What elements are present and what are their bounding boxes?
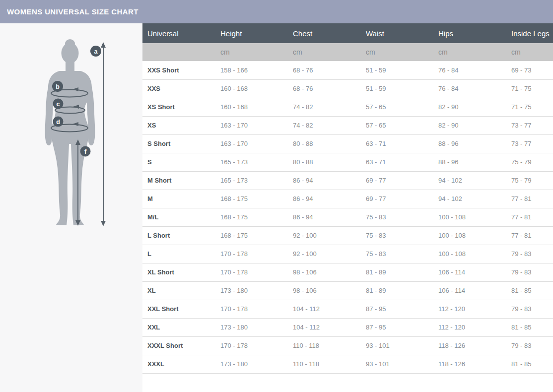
size-label-cell: XXXL — [142, 355, 215, 373]
value-cell: 77 - 81 — [506, 208, 553, 226]
value-cell: 118 - 126 — [433, 355, 506, 373]
unit-cell: cm — [506, 43, 553, 61]
value-cell: 106 - 114 — [433, 263, 506, 281]
unit-cell: cm — [433, 43, 506, 61]
value-cell: 160 - 168 — [215, 79, 288, 98]
value-cell: 168 - 175 — [215, 226, 288, 245]
height-measure-arrow — [101, 42, 106, 226]
table-row: M/L168 - 17586 - 9475 - 83100 - 10877 - … — [142, 208, 553, 226]
value-cell: 104 - 112 — [288, 300, 361, 318]
value-cell: 80 - 88 — [288, 153, 361, 171]
size-label-cell: L Short — [142, 226, 215, 245]
value-cell: 173 - 180 — [215, 318, 288, 336]
value-cell: 75 - 79 — [506, 153, 553, 171]
size-label-cell: XXS — [142, 79, 215, 98]
value-cell: 51 - 59 — [361, 79, 433, 98]
left-arm — [45, 82, 53, 145]
page-title: WOMENS UNIVERSAL SIZE CHART — [7, 7, 138, 16]
table-row: M Short165 - 17386 - 9469 - 7794 - 10275… — [142, 171, 553, 190]
size-label-cell: XS Short — [142, 98, 215, 116]
value-cell: 110 - 118 — [288, 355, 361, 373]
value-cell: 112 - 120 — [433, 318, 506, 336]
value-cell: 100 - 108 — [433, 208, 506, 226]
size-label-cell: L — [142, 245, 215, 263]
value-cell: 163 - 170 — [215, 134, 288, 153]
value-cell: 77 - 81 — [506, 190, 553, 208]
value-cell: 81 - 85 — [506, 281, 553, 300]
value-cell: 170 - 178 — [215, 300, 288, 318]
table-row: XXXL173 - 180110 - 11893 - 101118 - 1268… — [142, 355, 553, 373]
column-header-universal: Universal — [142, 23, 215, 43]
units-row: cmcmcmcmcm — [142, 43, 553, 61]
value-cell: 79 - 83 — [506, 336, 553, 355]
column-header-height: Height — [215, 23, 288, 43]
value-cell: 79 - 83 — [506, 245, 553, 263]
value-cell: 158 - 166 — [215, 61, 288, 79]
unit-cell: cm — [361, 43, 433, 61]
value-cell: 81 - 89 — [361, 281, 433, 300]
value-cell: 77 - 81 — [506, 226, 553, 245]
size-label-cell: XXL Short — [142, 300, 215, 318]
value-cell: 57 - 65 — [361, 116, 433, 134]
value-cell: 81 - 85 — [506, 318, 553, 336]
value-cell: 98 - 106 — [288, 281, 361, 300]
size-table: UniversalHeightChestWaistHipsInside Legs… — [142, 23, 553, 374]
marker-c-label: c — [57, 101, 60, 108]
column-header-chest: Chest — [288, 23, 361, 43]
value-cell: 57 - 65 — [361, 98, 433, 116]
value-cell: 163 - 170 — [215, 116, 288, 134]
size-label-cell: S Short — [142, 134, 215, 153]
value-cell: 86 - 94 — [288, 171, 361, 190]
table-row: XXXL Short170 - 178110 - 11893 - 101118 … — [142, 336, 553, 355]
value-cell: 168 - 175 — [215, 190, 288, 208]
table-row: S165 - 17380 - 8863 - 7188 - 9675 - 79 — [142, 153, 553, 171]
value-cell: 100 - 108 — [433, 226, 506, 245]
value-cell: 80 - 88 — [288, 134, 361, 153]
value-cell: 79 - 83 — [506, 300, 553, 318]
value-cell: 94 - 102 — [433, 171, 506, 190]
table-row: S Short163 - 17080 - 8863 - 7188 - 9673 … — [142, 134, 553, 153]
value-cell: 76 - 84 — [433, 79, 506, 98]
size-label-cell: M — [142, 190, 215, 208]
column-header-row: UniversalHeightChestWaistHipsInside Legs — [142, 23, 553, 43]
value-cell: 94 - 102 — [433, 190, 506, 208]
value-cell: 88 - 96 — [433, 153, 506, 171]
value-cell: 100 - 108 — [433, 245, 506, 263]
value-cell: 168 - 175 — [215, 208, 288, 226]
size-table-body: XXS Short158 - 16668 - 7651 - 5976 - 846… — [142, 61, 553, 373]
unit-cell: cm — [288, 43, 361, 61]
value-cell: 160 - 168 — [215, 98, 288, 116]
size-label-cell: M/L — [142, 208, 215, 226]
figure-pane: a b c d f — [0, 23, 142, 392]
value-cell: 79 - 83 — [506, 263, 553, 281]
table-row: M168 - 17586 - 9469 - 7794 - 10277 - 81 — [142, 190, 553, 208]
value-cell: 170 - 178 — [215, 245, 288, 263]
value-cell: 92 - 100 — [288, 226, 361, 245]
unit-cell — [142, 43, 215, 61]
value-cell: 165 - 173 — [215, 171, 288, 190]
value-cell: 75 - 79 — [506, 171, 553, 190]
size-label-cell: XS — [142, 116, 215, 134]
value-cell: 75 - 83 — [361, 245, 433, 263]
body-measurement-diagram: a b c d f — [0, 23, 142, 392]
value-cell: 173 - 180 — [215, 355, 288, 373]
value-cell: 86 - 94 — [288, 208, 361, 226]
marker-b-label: b — [56, 83, 60, 90]
table-row: XS163 - 17074 - 8257 - 6582 - 9073 - 77 — [142, 116, 553, 134]
size-label-cell: XL — [142, 281, 215, 300]
table-row: XS Short160 - 16874 - 8257 - 6582 - 9071… — [142, 98, 553, 116]
value-cell: 110 - 118 — [288, 336, 361, 355]
value-cell: 69 - 73 — [506, 61, 553, 79]
value-cell: 69 - 77 — [361, 190, 433, 208]
table-row: L Short168 - 17592 - 10075 - 83100 - 108… — [142, 226, 553, 245]
value-cell: 93 - 101 — [361, 336, 433, 355]
value-cell: 71 - 75 — [506, 79, 553, 98]
value-cell: 93 - 101 — [361, 355, 433, 373]
table-row: XL Short170 - 17898 - 10681 - 89106 - 11… — [142, 263, 553, 281]
value-cell: 88 - 96 — [433, 134, 506, 153]
title-bar: WOMENS UNIVERSAL SIZE CHART — [0, 0, 553, 23]
value-cell: 51 - 59 — [361, 61, 433, 79]
value-cell: 81 - 85 — [506, 355, 553, 373]
value-cell: 73 - 77 — [506, 116, 553, 134]
value-cell: 92 - 100 — [288, 245, 361, 263]
